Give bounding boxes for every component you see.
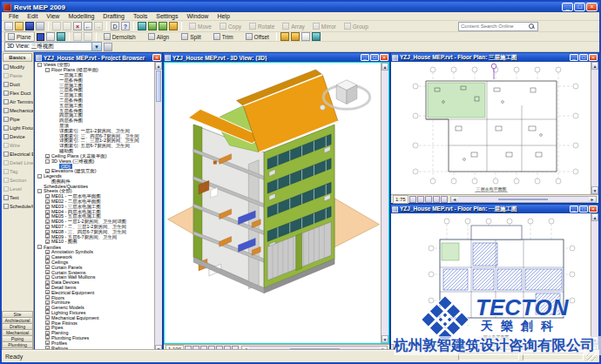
new-icon[interactable] (4, 22, 13, 30)
expand-icon[interactable] (45, 306, 50, 310)
close-icon[interactable]: × (589, 54, 598, 61)
expand-icon[interactable] (45, 159, 50, 164)
plan-vertical-scrollbar[interactable]: ▲ ▼ (591, 62, 598, 194)
scroll-up-icon[interactable]: ▲ (382, 63, 388, 71)
model-graphics-icon[interactable] (417, 196, 424, 203)
color-swatch-icon[interactable] (37, 33, 44, 41)
expand-icon[interactable] (45, 295, 50, 300)
menu-item[interactable]: File (4, 13, 23, 19)
crop-view-icon[interactable] (433, 196, 440, 203)
design-bar-item[interactable]: Air Terminal (2, 98, 33, 106)
design-bar-item[interactable]: Device (2, 132, 33, 141)
expand-icon[interactable] (45, 260, 50, 264)
maximize-icon[interactable]: □ (579, 206, 588, 212)
hide-icon[interactable] (441, 196, 448, 203)
app-title-bar[interactable]: Revit MEP 2009 _ □ × (2, 2, 599, 12)
design-bar-tab[interactable]: Site (2, 311, 33, 317)
expand-icon[interactable] (45, 310, 50, 314)
content-search-box[interactable] (458, 22, 538, 31)
help-icon[interactable]: ? (121, 22, 130, 30)
shadows-icon[interactable] (159, 22, 167, 30)
design-bar-item[interactable]: Light Fixtur (2, 124, 33, 132)
design-bar-tab[interactable]: Drafting (2, 323, 33, 329)
project-browser-title-bar[interactable]: YZJ_House MEP.rvt - Project Browser × (35, 53, 162, 62)
menu-item[interactable]: Window (183, 13, 213, 19)
expand-icon[interactable] (45, 205, 50, 209)
3d-view-title-bar[interactable]: YZJ_House MEP.rvt - 3D View: {3D} _ □ × (164, 53, 389, 62)
close-icon[interactable]: × (380, 54, 388, 61)
undo-icon[interactable]: ← (84, 22, 92, 30)
design-bar-item[interactable]: Electrical E (2, 150, 33, 158)
minimize-icon[interactable]: _ (361, 54, 369, 61)
expand-icon[interactable] (45, 335, 50, 340)
expand-icon[interactable] (45, 270, 50, 274)
expand-icon[interactable] (45, 315, 50, 320)
shading-icon[interactable] (148, 22, 157, 30)
properties-icon[interactable] (104, 43, 112, 51)
type-selector[interactable]: 3D View: 三维视图 ▼ (4, 42, 102, 51)
expand-icon[interactable] (45, 250, 50, 254)
design-bar-item[interactable]: Flex Duct (2, 89, 33, 98)
minimize-icon[interactable]: _ (570, 206, 578, 212)
scroll-up-icon[interactable]: ▲ (155, 62, 162, 70)
expand-icon[interactable] (45, 219, 50, 224)
expand-icon[interactable] (45, 285, 50, 289)
3d-vertical-scrollbar[interactable]: ▲ ▼ (381, 63, 388, 343)
design-bar-item[interactable]: Detail Lines (2, 158, 33, 167)
expand-icon[interactable] (45, 230, 50, 234)
design-bar-item[interactable]: Mechanical E (2, 106, 33, 115)
plan-horizontal-scrollbar[interactable]: ◄ ► (450, 196, 597, 203)
design-bar-item[interactable]: Pipe (2, 115, 33, 124)
plan-canvas[interactable]: 一层水电平面图 (391, 213, 592, 344)
menu-item[interactable]: Modelling (64, 13, 98, 19)
toolbar-button[interactable]: Trim (210, 31, 237, 42)
expand-icon[interactable] (45, 199, 50, 204)
expand-icon[interactable] (45, 326, 50, 330)
expand-icon[interactable] (45, 275, 50, 280)
cascade-windows-icon[interactable] (280, 32, 289, 41)
dynamic-modify-icon[interactable]: D (111, 22, 119, 30)
close-button[interactable]: × (586, 3, 598, 11)
scroll-down-icon[interactable]: ▼ (591, 186, 598, 194)
zoom-icon[interactable] (138, 22, 146, 30)
expand-icon[interactable] (45, 214, 50, 219)
scale-control[interactable]: 1:75 (393, 195, 409, 204)
expand-icon[interactable] (45, 265, 50, 269)
tile-windows-icon[interactable] (291, 32, 300, 41)
toolbar-button[interactable]: Demolish (100, 31, 139, 42)
scroll-up-icon[interactable]: ▲ (591, 62, 598, 70)
open-icon[interactable] (15, 22, 24, 30)
scroll-thumb[interactable] (498, 199, 548, 200)
scroll-thumb[interactable] (156, 71, 161, 102)
shadows-icon[interactable] (425, 196, 432, 203)
print-icon[interactable] (36, 22, 44, 30)
menu-item[interactable]: View (42, 13, 64, 19)
plan-title-bar[interactable]: YZJ_House MEP.rvt - Floor Plan: 一层施工图 _ … (391, 205, 598, 213)
scroll-left-icon[interactable]: ◄ (451, 197, 458, 202)
scroll-down-icon[interactable]: ▼ (591, 336, 598, 344)
plan-vertical-scrollbar[interactable]: ▲ ▼ (591, 213, 598, 344)
design-bar-tab[interactable]: Plumbing (2, 341, 33, 347)
minimize-button[interactable]: _ (562, 3, 573, 11)
design-bar-item[interactable]: Section (2, 176, 33, 185)
expand-icon[interactable] (45, 255, 50, 260)
match-icon[interactable] (57, 32, 65, 41)
expand-icon[interactable] (45, 280, 50, 285)
expand-icon[interactable] (45, 320, 50, 325)
chevron-down-icon[interactable]: ▼ (91, 43, 101, 51)
design-bar-item[interactable]: Duct (2, 80, 33, 89)
menu-item[interactable]: Settings (152, 13, 182, 19)
paint-icon[interactable] (46, 32, 55, 41)
expand-icon[interactable] (45, 210, 50, 214)
maximize-icon[interactable]: □ (579, 54, 588, 61)
browser-scrollbar[interactable]: ▲ ▼ (154, 62, 162, 353)
design-bar-item[interactable]: Paste (2, 71, 33, 80)
design-bar-item[interactable]: Modify (2, 63, 33, 71)
save-icon[interactable] (25, 22, 34, 30)
toolbar-button[interactable]: Offset (242, 31, 273, 42)
expand-icon[interactable] (37, 174, 42, 179)
resize-grip[interactable] (587, 353, 596, 361)
expand-icon[interactable] (45, 300, 50, 305)
design-bar-item[interactable]: Text (2, 193, 33, 202)
expand-icon[interactable] (45, 169, 50, 173)
